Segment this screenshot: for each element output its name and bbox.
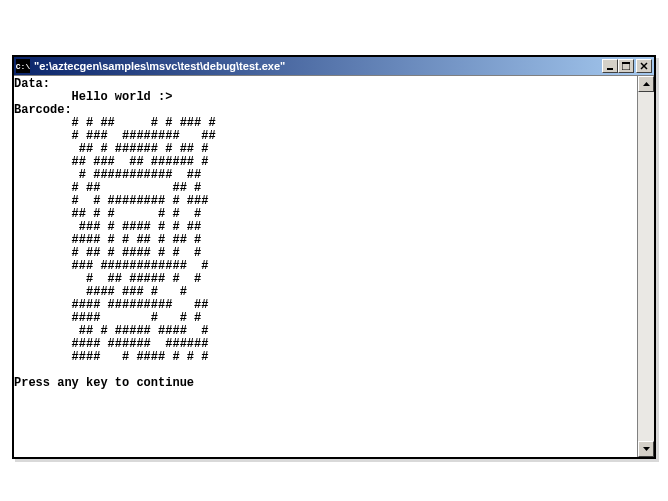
console-window: C:\ "e:\aztecgen\samples\msvc\test\debug… (12, 55, 656, 459)
vertical-scrollbar[interactable] (637, 76, 654, 457)
arrow-down-icon (643, 447, 650, 451)
titlebar[interactable]: C:\ "e:\aztecgen\samples\msvc\test\debug… (14, 57, 654, 75)
svg-rect-2 (622, 62, 630, 64)
arrow-up-icon (643, 82, 650, 86)
data-value: Hello world :> (14, 90, 172, 104)
maximize-button[interactable] (618, 59, 634, 73)
barcode-label: Barcode: (14, 103, 72, 117)
minimize-button[interactable] (602, 59, 618, 73)
svg-rect-0 (607, 68, 613, 70)
window-title: "e:\aztecgen\samples\msvc\test\debug\tes… (34, 60, 602, 72)
console-output: Data: Hello world :> Barcode: # # ## # #… (14, 76, 637, 457)
window-controls (602, 59, 652, 73)
continue-prompt: Press any key to continue (14, 376, 194, 390)
scroll-track[interactable] (638, 92, 654, 441)
close-button[interactable] (636, 59, 652, 73)
client-area: Data: Hello world :> Barcode: # # ## # #… (14, 75, 654, 457)
svg-marker-6 (643, 447, 650, 451)
barcode-ascii: # # ## # # ### # # ### ######## ## ## # … (14, 116, 216, 364)
data-label: Data: (14, 77, 50, 91)
scroll-down-button[interactable] (638, 441, 654, 457)
scroll-up-button[interactable] (638, 76, 654, 92)
cmd-icon: C:\ (16, 59, 30, 73)
svg-marker-5 (643, 82, 650, 86)
